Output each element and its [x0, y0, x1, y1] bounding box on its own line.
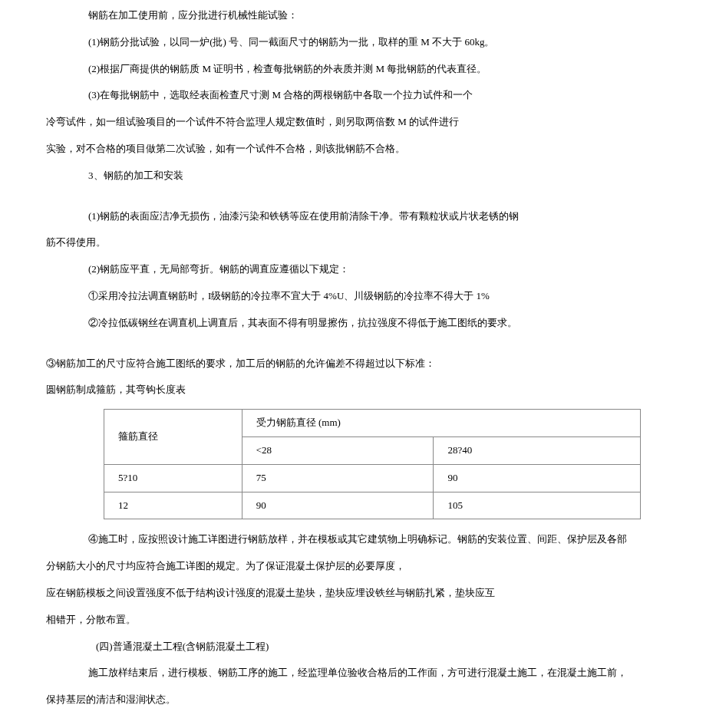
- paragraph-3-2-d-cont2: 应在钢筋模板之间设置强度不低于结构设计强度的混凝土垫块，垫块应埋设铁丝与钢筋扎紧…: [46, 585, 660, 601]
- table-row: 5?10 75 90: [104, 464, 641, 492]
- paragraph-4-cont: 保持基层的清洁和湿润状态。: [46, 692, 660, 708]
- table-header-stirrup-diameter: 箍筋直径: [104, 410, 242, 465]
- paragraph-3-2: (2)钢筋应平直，无局部弯折。钢筋的调直应遵循以下规定：: [46, 262, 660, 278]
- paragraph-3-1-cont: 筋不得使用。: [46, 235, 660, 251]
- paragraph-3-1: (1)钢筋的表面应洁净无损伤，油漆污染和铁锈等应在使用前清除干净。带有颗粒状或片…: [46, 209, 660, 225]
- table-subheader-28-40: 28?40: [434, 436, 641, 464]
- paragraph-3-2-d: ④施工时，应按照设计施工详图进行钢筋放样，并在模板或其它建筑物上明确标记。钢筋的…: [46, 532, 660, 548]
- table-row: 12 90 105: [104, 492, 641, 519]
- table-subheader-lt28: <28: [242, 436, 434, 464]
- section-heading-4: (四)普通混凝土工程(含钢筋混凝土工程): [46, 639, 660, 655]
- table-header-group: 受力钢筋直径 (mm): [242, 410, 640, 437]
- section-heading-3: 3、钢筋的加工和安装: [46, 168, 660, 184]
- table-cell: 75: [242, 464, 434, 492]
- table-header-row-1: 箍筋直径 受力钢筋直径 (mm): [104, 410, 641, 437]
- table-cell: 90: [434, 464, 641, 492]
- paragraph-3-2-d-cont3: 相错开，分散布置。: [46, 612, 660, 628]
- table-cell: 12: [104, 492, 242, 519]
- paragraph-intro: 钢筋在加工使用前，应分批进行机械性能试验：: [46, 8, 660, 24]
- paragraph-item-3: (3)在每批钢筋中，选取经表面检查尺寸测 M 合格的两根钢筋中各取一个拉力试件和…: [46, 87, 660, 104]
- paragraph-item-1: (1)钢筋分批试验，以同一炉(批) 号、同一截面尺寸的钢筋为一批，取样的重 M …: [46, 35, 660, 51]
- paragraph-3-2-c: ③钢筋加工的尺寸应符合施工图纸的要求，加工后的钢筋的允许偏差不得超过以下标准：: [46, 356, 660, 372]
- paragraph-continuation-1: 冷弯试件，如一组试验项目的一个试件不符合监理人规定数值时，则另取两倍数 M 的试…: [46, 114, 660, 130]
- table-caption: 圆钢筋制成箍筋，其弯钩长度表: [46, 382, 660, 398]
- paragraph-item-2: (2)根据厂商提供的钢筋质 M 证明书，检查每批钢筋的外表质并测 M 每批钢筋的…: [46, 61, 660, 77]
- paragraph-continuation-2: 实验，对不合格的项目做第二次试验，如有一个试件不合格，则该批钢筋不合格。: [46, 141, 660, 157]
- paragraph-4-intro: 施工放样结束后，进行模板、钢筋工序的施工，经监理单位验收合格后的工作面，方可进行…: [46, 665, 660, 681]
- paragraph-3-2-a: ①采用冷拉法调直钢筋时，I级钢筋的冷拉率不宜大于 4%U、川级钢筋的冷拉率不得大…: [46, 288, 660, 305]
- rebar-hook-length-table: 箍筋直径 受力钢筋直径 (mm) <28 28?40 5?10 75 90 12…: [104, 409, 641, 519]
- table-cell: 5?10: [104, 464, 242, 492]
- table-cell: 90: [242, 492, 434, 519]
- paragraph-3-2-b: ②冷拉低碳钢丝在调直机上调直后，其表面不得有明显擦伤，抗拉强度不得低于施工图纸的…: [46, 315, 660, 331]
- paragraph-3-2-d-cont: 分钢筋大小的尺寸均应符合施工详图的规定。为了保证混凝土保护层的必要厚度，: [46, 558, 660, 575]
- table-cell: 105: [434, 492, 641, 519]
